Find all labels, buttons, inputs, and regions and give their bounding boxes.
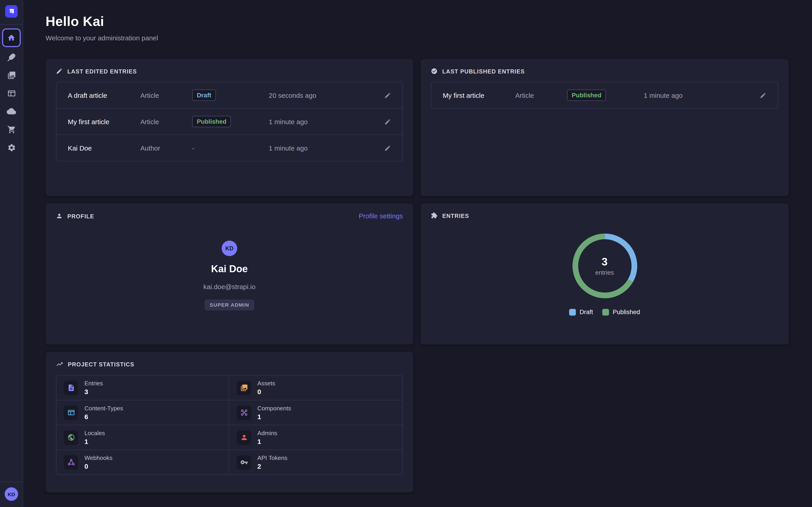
puzzle-icon <box>431 212 438 219</box>
panel-title: PROJECT STATISTICS <box>68 361 135 368</box>
entry-type: Author <box>140 144 192 152</box>
entries-count-label: entries <box>595 269 614 276</box>
sidebar-item-deploy[interactable] <box>3 103 19 119</box>
layout-icon <box>7 89 16 98</box>
feather-icon <box>7 53 16 61</box>
page-title: Hello Kai <box>46 13 812 30</box>
user-avatar[interactable]: KD <box>5 488 18 501</box>
stat-label: API Tokens <box>257 454 287 461</box>
cloud-icon <box>7 107 16 116</box>
admins-icon <box>240 434 248 441</box>
entries-count: 3 <box>602 256 608 268</box>
stat-value: 1 <box>84 437 105 445</box>
stat-label: Entries <box>84 380 103 386</box>
table-row[interactable]: My first article Article Published 1 min… <box>432 82 778 108</box>
table-row[interactable]: A draft article Article Draft 20 seconds… <box>56 82 402 108</box>
check-circle-icon <box>431 68 438 74</box>
entry-name: Kai Doe <box>68 144 140 152</box>
components-icon <box>240 409 248 416</box>
status-badge: Published <box>192 116 231 127</box>
entry-type: Article <box>140 91 192 99</box>
stat-value: 6 <box>84 412 123 420</box>
sidebar-item-home[interactable] <box>2 29 21 47</box>
sidebar-item-content-manager[interactable] <box>3 49 19 65</box>
entry-time: 1 minute ago <box>644 91 760 99</box>
stat-admins: Admins1 <box>230 425 402 450</box>
entry-time: 20 seconds ago <box>269 91 384 99</box>
webhooks-icon <box>67 458 75 466</box>
legend-item-draft: Draft <box>569 308 593 316</box>
panel-title: LAST PUBLISHED ENTRIES <box>442 68 525 74</box>
entries-icon <box>67 384 75 392</box>
entries-donut-chart: 3 entries <box>568 230 641 302</box>
stat-value: 0 <box>84 462 112 470</box>
panel-last-published-entries: LAST PUBLISHED ENTRIES My first article … <box>420 59 789 196</box>
panel-title: LAST EDITED ENTRIES <box>67 68 137 74</box>
legend-label: Draft <box>579 308 593 316</box>
stat-value: 1 <box>257 437 277 445</box>
page-subtitle: Welcome to your administration panel <box>46 34 812 42</box>
panel-profile: PROFILE Profile settings KD Kai Doe kai.… <box>46 203 413 344</box>
stat-label: Assets <box>257 380 275 386</box>
last-edited-table: A draft article Article Draft 20 seconds… <box>56 82 403 162</box>
edit-entry-button[interactable] <box>760 92 766 99</box>
sidebar-item-content-type-builder[interactable] <box>3 85 19 101</box>
sidebar-divider-bottom <box>0 482 23 482</box>
entry-time: 1 minute ago <box>269 144 384 152</box>
entry-name: A draft article <box>68 91 140 99</box>
api-tokens-icon <box>240 458 248 466</box>
entry-type: Article <box>515 91 567 99</box>
status-badge: Draft <box>192 90 216 101</box>
entry-type: Article <box>140 118 192 125</box>
sidebar-item-media-library[interactable] <box>3 67 19 83</box>
stat-content-types: Content-Types6 <box>56 400 230 425</box>
profile-avatar: KD <box>222 241 237 256</box>
edit-entry-button[interactable] <box>384 145 391 152</box>
gear-icon <box>7 143 16 152</box>
strapi-admin-dashboard: KD Hello Kai Welcome to your administrat… <box>0 0 812 507</box>
strapi-logo[interactable] <box>5 5 17 17</box>
stat-label: Webhooks <box>84 454 112 461</box>
locales-icon <box>67 434 75 441</box>
stat-locales: Locales1 <box>56 425 230 450</box>
assets-icon <box>240 384 248 392</box>
stat-entries: Entries3 <box>56 376 230 400</box>
panel-title: ENTRIES <box>442 212 469 219</box>
stats-grid: Entries3 Assets0 Content-Types6 Componen… <box>56 375 403 475</box>
entry-name: My first article <box>68 118 140 125</box>
legend-item-published: Published <box>602 308 640 316</box>
media-library-icon <box>7 70 16 79</box>
pencil-icon <box>760 92 766 99</box>
content-types-icon <box>67 409 75 416</box>
pencil-icon <box>384 92 391 99</box>
stat-label: Content-Types <box>84 405 123 411</box>
stat-label: Locales <box>84 430 105 436</box>
entry-name: My first article <box>443 91 515 99</box>
stat-webhooks: Webhooks0 <box>56 450 230 474</box>
panel-project-statistics: PROJECT STATISTICS Entries3 Assets0 Cont… <box>46 352 413 492</box>
stat-components: Components1 <box>230 400 402 425</box>
draft-swatch <box>569 309 576 316</box>
sidebar-item-marketplace[interactable] <box>3 121 19 137</box>
profile-settings-link[interactable]: Profile settings <box>359 212 403 220</box>
pencil-icon <box>56 68 63 74</box>
sidebar: KD <box>0 0 23 507</box>
profile-email: kai.doe@strapi.io <box>203 283 256 291</box>
panel-entries: ENTRIES 3 entries <box>420 203 789 344</box>
table-row[interactable]: Kai Doe Author - 1 minute ago <box>56 134 402 161</box>
profile-role-badge: SUPER ADMIN <box>205 299 254 310</box>
edit-entry-button[interactable] <box>384 118 391 125</box>
stat-api-tokens: API Tokens2 <box>230 450 402 474</box>
user-icon <box>56 213 63 220</box>
stat-label: Components <box>257 405 291 411</box>
sidebar-item-settings[interactable] <box>3 139 19 156</box>
stat-value: 3 <box>84 388 103 395</box>
edit-entry-button[interactable] <box>384 92 391 99</box>
table-row[interactable]: My first article Article Published 1 min… <box>56 108 402 134</box>
pencil-icon <box>384 145 391 152</box>
sidebar-divider-top <box>0 24 23 25</box>
last-published-table: My first article Article Published 1 min… <box>431 82 778 109</box>
panel-title: PROFILE <box>67 213 94 219</box>
stat-value: 1 <box>257 412 291 420</box>
profile-name: Kai Doe <box>211 264 248 275</box>
